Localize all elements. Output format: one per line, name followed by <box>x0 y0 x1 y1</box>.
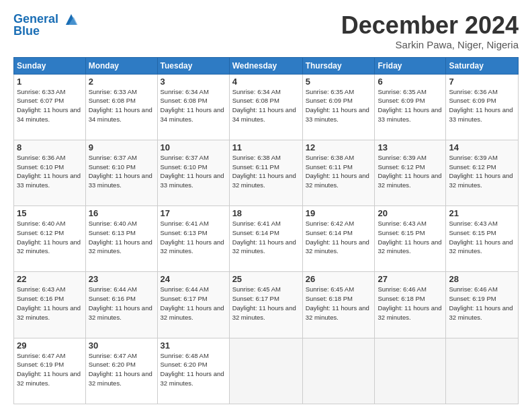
day-number: 5 <box>306 77 372 87</box>
table-cell: 26Sunrise: 6:45 AMSunset: 6:18 PMDayligh… <box>302 272 375 338</box>
day-info: Sunrise: 6:40 AMSunset: 6:13 PMDaylight:… <box>89 219 154 256</box>
day-number: 16 <box>89 208 154 218</box>
col-saturday: Saturday <box>446 57 519 74</box>
day-number: 26 <box>306 274 372 284</box>
day-info: Sunrise: 6:43 AMSunset: 6:16 PMDaylight:… <box>17 285 83 322</box>
logo: General Blue <box>13 12 79 38</box>
calendar-row: 1Sunrise: 6:33 AMSunset: 6:07 PMDaylight… <box>14 74 519 140</box>
day-number: 31 <box>161 340 226 351</box>
day-number: 8 <box>17 142 83 152</box>
day-info: Sunrise: 6:39 AMSunset: 6:12 PMDaylight:… <box>378 153 443 190</box>
table-cell: 5Sunrise: 6:35 AMSunset: 6:09 PMDaylight… <box>302 74 375 140</box>
day-number: 1 <box>17 77 83 87</box>
table-cell: 4Sunrise: 6:34 AMSunset: 6:08 PMDaylight… <box>229 74 302 140</box>
logo-general: General <box>13 12 58 26</box>
day-info: Sunrise: 6:38 AMSunset: 6:11 PMDaylight:… <box>232 153 300 190</box>
day-info: Sunrise: 6:46 AMSunset: 6:18 PMDaylight:… <box>378 285 443 322</box>
day-info: Sunrise: 6:45 AMSunset: 6:18 PMDaylight:… <box>306 285 372 322</box>
day-number: 14 <box>449 142 515 152</box>
day-number: 15 <box>17 208 83 218</box>
day-number: 30 <box>89 340 154 351</box>
col-thursday: Thursday <box>302 57 375 74</box>
table-cell <box>229 338 302 404</box>
month-title: December 2024 <box>341 12 519 39</box>
calendar-row: 15Sunrise: 6:40 AMSunset: 6:12 PMDayligh… <box>14 206 519 272</box>
table-cell: 11Sunrise: 6:38 AMSunset: 6:11 PMDayligh… <box>229 140 302 205</box>
col-tuesday: Tuesday <box>157 57 229 74</box>
day-info: Sunrise: 6:47 AMSunset: 6:19 PMDaylight:… <box>17 351 83 388</box>
day-info: Sunrise: 6:38 AMSunset: 6:11 PMDaylight:… <box>306 153 372 190</box>
table-cell: 20Sunrise: 6:43 AMSunset: 6:15 PMDayligh… <box>375 206 446 272</box>
logo-icon <box>64 12 79 27</box>
calendar-table: Sunday Monday Tuesday Wednesday Thursday… <box>13 57 519 404</box>
table-cell: 21Sunrise: 6:43 AMSunset: 6:15 PMDayligh… <box>446 206 519 272</box>
day-number: 3 <box>161 77 226 87</box>
table-cell: 12Sunrise: 6:38 AMSunset: 6:11 PMDayligh… <box>302 140 375 205</box>
day-info: Sunrise: 6:34 AMSunset: 6:08 PMDaylight:… <box>161 87 226 124</box>
day-number: 11 <box>232 142 300 152</box>
day-number: 12 <box>306 142 372 152</box>
table-cell: 9Sunrise: 6:37 AMSunset: 6:10 PMDaylight… <box>85 140 157 205</box>
day-info: Sunrise: 6:39 AMSunset: 6:12 PMDaylight:… <box>449 153 515 190</box>
day-info: Sunrise: 6:41 AMSunset: 6:14 PMDaylight:… <box>232 219 300 256</box>
day-info: Sunrise: 6:36 AMSunset: 6:09 PMDaylight:… <box>449 87 515 124</box>
day-number: 17 <box>161 208 226 218</box>
table-cell: 24Sunrise: 6:44 AMSunset: 6:17 PMDayligh… <box>157 272 229 338</box>
day-number: 9 <box>89 142 154 152</box>
calendar-page: General Blue December 2024 Sarkin Pawa, … <box>0 0 532 411</box>
title-section: December 2024 Sarkin Pawa, Niger, Nigeri… <box>341 12 519 50</box>
day-info: Sunrise: 6:37 AMSunset: 6:10 PMDaylight:… <box>89 153 154 190</box>
table-cell: 3Sunrise: 6:34 AMSunset: 6:08 PMDaylight… <box>157 74 229 140</box>
day-info: Sunrise: 6:36 AMSunset: 6:10 PMDaylight:… <box>17 153 83 190</box>
table-cell: 22Sunrise: 6:43 AMSunset: 6:16 PMDayligh… <box>14 272 86 338</box>
day-info: Sunrise: 6:34 AMSunset: 6:08 PMDaylight:… <box>232 87 300 124</box>
col-wednesday: Wednesday <box>229 57 302 74</box>
table-cell: 10Sunrise: 6:37 AMSunset: 6:10 PMDayligh… <box>157 140 229 205</box>
day-info: Sunrise: 6:46 AMSunset: 6:19 PMDaylight:… <box>449 285 515 322</box>
day-info: Sunrise: 6:45 AMSunset: 6:17 PMDaylight:… <box>232 285 300 322</box>
table-cell: 2Sunrise: 6:33 AMSunset: 6:08 PMDaylight… <box>85 74 157 140</box>
day-number: 20 <box>378 208 443 218</box>
day-number: 10 <box>161 142 226 152</box>
table-cell: 19Sunrise: 6:42 AMSunset: 6:14 PMDayligh… <box>302 206 375 272</box>
day-number: 25 <box>232 274 300 284</box>
table-cell: 28Sunrise: 6:46 AMSunset: 6:19 PMDayligh… <box>446 272 519 338</box>
calendar-row: 8Sunrise: 6:36 AMSunset: 6:10 PMDaylight… <box>14 140 519 205</box>
day-info: Sunrise: 6:43 AMSunset: 6:15 PMDaylight:… <box>378 219 443 256</box>
day-info: Sunrise: 6:33 AMSunset: 6:08 PMDaylight:… <box>89 87 154 124</box>
day-number: 2 <box>89 77 154 87</box>
table-cell: 1Sunrise: 6:33 AMSunset: 6:07 PMDaylight… <box>14 74 86 140</box>
day-info: Sunrise: 6:35 AMSunset: 6:09 PMDaylight:… <box>378 87 443 124</box>
table-cell: 8Sunrise: 6:36 AMSunset: 6:10 PMDaylight… <box>14 140 86 205</box>
header: General Blue December 2024 Sarkin Pawa, … <box>13 12 519 50</box>
day-info: Sunrise: 6:44 AMSunset: 6:17 PMDaylight:… <box>161 285 226 322</box>
day-info: Sunrise: 6:43 AMSunset: 6:15 PMDaylight:… <box>449 219 515 256</box>
table-cell: 23Sunrise: 6:44 AMSunset: 6:16 PMDayligh… <box>85 272 157 338</box>
day-number: 19 <box>306 208 372 218</box>
table-cell <box>375 338 446 404</box>
table-cell: 7Sunrise: 6:36 AMSunset: 6:09 PMDaylight… <box>446 74 519 140</box>
day-info: Sunrise: 6:48 AMSunset: 6:20 PMDaylight:… <box>161 351 226 388</box>
table-cell: 15Sunrise: 6:40 AMSunset: 6:12 PMDayligh… <box>14 206 86 272</box>
calendar-header-row: Sunday Monday Tuesday Wednesday Thursday… <box>14 57 519 74</box>
day-info: Sunrise: 6:47 AMSunset: 6:20 PMDaylight:… <box>89 351 154 388</box>
table-cell: 17Sunrise: 6:41 AMSunset: 6:13 PMDayligh… <box>157 206 229 272</box>
day-number: 7 <box>449 77 515 87</box>
table-cell: 29Sunrise: 6:47 AMSunset: 6:19 PMDayligh… <box>14 338 86 404</box>
day-number: 29 <box>17 340 83 351</box>
day-info: Sunrise: 6:41 AMSunset: 6:13 PMDaylight:… <box>161 219 226 256</box>
table-cell: 18Sunrise: 6:41 AMSunset: 6:14 PMDayligh… <box>229 206 302 272</box>
table-cell: 16Sunrise: 6:40 AMSunset: 6:13 PMDayligh… <box>85 206 157 272</box>
table-cell: 14Sunrise: 6:39 AMSunset: 6:12 PMDayligh… <box>446 140 519 205</box>
day-number: 23 <box>89 274 154 284</box>
day-info: Sunrise: 6:37 AMSunset: 6:10 PMDaylight:… <box>161 153 226 190</box>
day-info: Sunrise: 6:35 AMSunset: 6:09 PMDaylight:… <box>306 87 372 124</box>
day-info: Sunrise: 6:40 AMSunset: 6:12 PMDaylight:… <box>17 219 83 256</box>
day-number: 21 <box>449 208 515 218</box>
day-info: Sunrise: 6:42 AMSunset: 6:14 PMDaylight:… <box>306 219 372 256</box>
table-cell: 31Sunrise: 6:48 AMSunset: 6:20 PMDayligh… <box>157 338 229 404</box>
col-sunday: Sunday <box>14 57 86 74</box>
day-number: 18 <box>232 208 300 218</box>
table-cell: 13Sunrise: 6:39 AMSunset: 6:12 PMDayligh… <box>375 140 446 205</box>
day-number: 4 <box>232 77 300 87</box>
